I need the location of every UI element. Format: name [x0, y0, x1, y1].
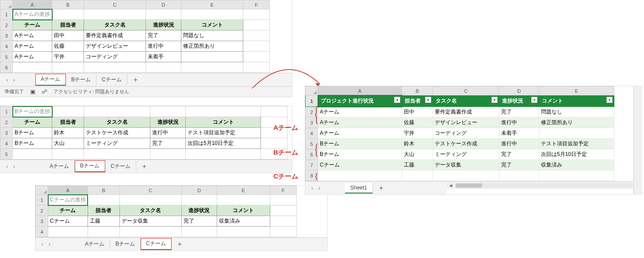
row-header[interactable]: 3 — [36, 216, 48, 227]
col-header[interactable]: C — [119, 186, 181, 195]
table-header[interactable]: チーム — [13, 20, 52, 30]
tab-nav-next-icon[interactable]: › — [46, 241, 53, 247]
col-header[interactable]: E — [539, 87, 614, 95]
tab-b-team[interactable]: Bチーム — [66, 74, 96, 85]
cell[interactable]: 宇井 — [402, 128, 433, 139]
add-sheet-button[interactable]: + — [373, 184, 389, 192]
table-header[interactable]: コメント — [186, 117, 261, 128]
cell-a1[interactable]: Bチームの進捗 — [13, 106, 52, 117]
cell-a1[interactable]: Aチームの進捗 — [13, 9, 52, 20]
table-header[interactable]: 担当者 — [52, 117, 84, 128]
cell[interactable]: 未着手 — [146, 52, 181, 62]
cell[interactable]: 完了 — [181, 216, 217, 227]
table-header[interactable]: 担当者 — [88, 205, 119, 216]
table-header[interactable]: タスク名 — [84, 117, 150, 128]
tab-nav-next-icon[interactable]: › — [11, 77, 18, 83]
cell[interactable] — [88, 195, 119, 205]
cell-a1[interactable]: Cチームの進捗 — [48, 195, 88, 205]
cell[interactable] — [181, 227, 217, 237]
row-header[interactable]: 1 — [0, 106, 13, 117]
cell[interactable]: Cチーム — [318, 160, 402, 171]
cell[interactable]: Aチーム — [318, 118, 402, 128]
tab-nav-next-icon[interactable]: › — [316, 185, 323, 191]
cell[interactable] — [146, 9, 181, 20]
table-header[interactable]: 担当者 — [52, 20, 84, 30]
cell[interactable]: 佐藤 — [52, 41, 84, 52]
row-header[interactable]: 5 — [0, 149, 13, 159]
row-header[interactable]: 2 — [0, 20, 13, 30]
cell[interactable] — [52, 149, 84, 159]
cell[interactable] — [52, 62, 84, 73]
cell[interactable]: コーディング — [433, 128, 499, 139]
cell[interactable]: 次回は5月10日予定 — [539, 149, 614, 160]
cell[interactable]: デザインレビュー — [433, 118, 499, 128]
cell[interactable]: 要件定義書作成 — [433, 107, 499, 118]
row-header[interactable]: 4 — [0, 138, 13, 149]
select-all-corner[interactable] — [306, 87, 318, 95]
cell[interactable]: 収集済み — [217, 216, 270, 227]
cell[interactable] — [84, 62, 146, 73]
cell[interactable] — [119, 227, 181, 237]
cell[interactable]: 問題なし — [181, 30, 243, 41]
select-all-corner[interactable] — [36, 186, 48, 195]
cell[interactable]: Bチーム — [13, 128, 52, 138]
cell[interactable] — [150, 149, 186, 159]
cell[interactable]: 完了 — [146, 30, 181, 41]
table-header[interactable]: 進捗状況 — [146, 20, 181, 30]
cell[interactable]: Aチーム — [13, 52, 52, 62]
add-sheet-button[interactable]: + — [127, 76, 144, 84]
cell[interactable]: Aチーム — [13, 41, 52, 52]
cell[interactable] — [243, 20, 270, 30]
cell[interactable] — [243, 30, 270, 41]
cell[interactable] — [217, 227, 270, 237]
tab-a-team[interactable]: Aチーム — [44, 161, 75, 172]
cell[interactable]: 進行中 — [150, 128, 186, 138]
cell[interactable]: Aチーム — [318, 128, 402, 139]
table-header[interactable]: 進捗状況 — [150, 117, 186, 128]
row-header[interactable]: 2 — [0, 117, 13, 128]
cell[interactable]: デザインレビュー — [84, 41, 146, 52]
cell[interactable] — [181, 195, 217, 205]
cell[interactable]: Bチーム — [318, 149, 402, 160]
cell[interactable]: 収集済み — [539, 160, 614, 171]
cell[interactable] — [243, 62, 270, 73]
cell[interactable] — [402, 171, 433, 181]
col-header[interactable]: C — [433, 87, 499, 95]
tab-nav-prev-icon[interactable]: ‹ — [4, 77, 11, 83]
col-header[interactable]: D — [181, 186, 217, 195]
cell[interactable]: 鈴木 — [402, 139, 433, 149]
table-header[interactable]: タスク名 — [119, 205, 181, 216]
cell[interactable] — [433, 171, 499, 181]
cell[interactable]: 修正箇所あり — [539, 118, 614, 128]
cell[interactable] — [119, 195, 181, 205]
row-header[interactable]: 4 — [306, 128, 318, 139]
add-sheet-button[interactable]: + — [172, 240, 188, 248]
cell[interactable]: テスト項目追加予定 — [186, 128, 261, 138]
cell[interactable] — [13, 149, 52, 159]
cell[interactable]: テスト項目追加予定 — [539, 139, 614, 149]
cell[interactable] — [88, 227, 119, 237]
cell[interactable]: 完了 — [499, 160, 539, 171]
tab-nav-prev-icon[interactable]: ‹ — [39, 241, 46, 247]
cell[interactable]: 問題なし — [539, 107, 614, 118]
cell[interactable] — [48, 227, 88, 237]
table-header[interactable]: タスク名▾ — [433, 95, 499, 107]
cell[interactable]: 大山 — [402, 149, 433, 160]
grid-c[interactable]: A B C D E F 1 Cチームの進捗 2 チーム 担当者 タスク名 進捗状… — [35, 186, 297, 237]
col-header[interactable]: A — [13, 0, 52, 9]
row-header[interactable]: 1 — [36, 195, 48, 205]
cell[interactable] — [13, 62, 52, 73]
scroll-thumb[interactable] — [456, 183, 482, 188]
table-header[interactable]: コメント — [217, 205, 270, 216]
table-header[interactable]: タスク名 — [84, 20, 146, 30]
tab-a-team[interactable]: Aチーム — [35, 74, 66, 86]
col-header[interactable]: C — [84, 0, 146, 9]
cell[interactable]: 工藤 — [402, 160, 433, 171]
cell[interactable] — [243, 41, 270, 52]
cell[interactable] — [181, 9, 243, 20]
cell[interactable] — [270, 227, 296, 237]
cell[interactable]: 大山 — [52, 138, 84, 149]
tab-b-team[interactable]: Bチーム — [110, 239, 141, 250]
row-header[interactable]: 5 — [0, 52, 13, 62]
tab-c-team[interactable]: Cチーム — [96, 74, 127, 85]
